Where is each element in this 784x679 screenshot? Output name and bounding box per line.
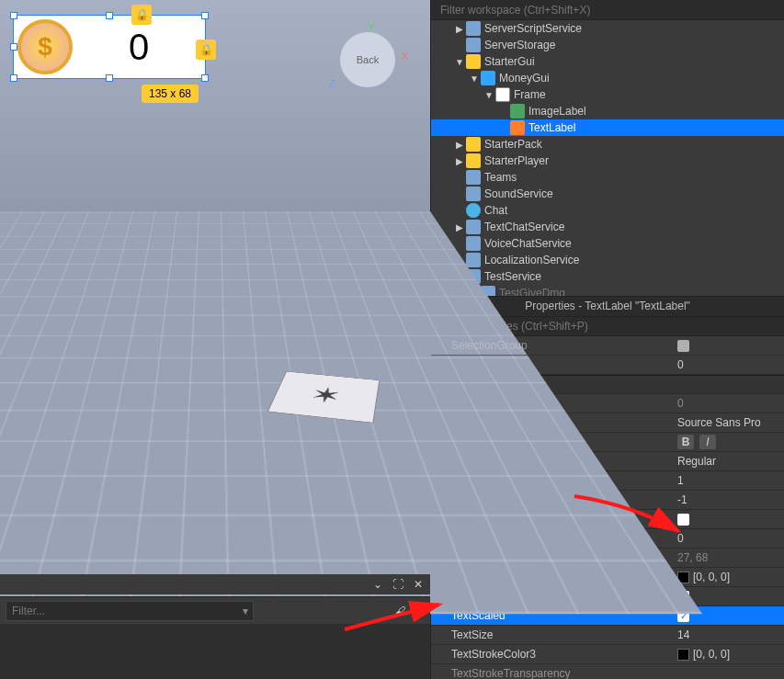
tree-item[interactable]: SoundService xyxy=(431,186,784,202)
axis-gizmo[interactable]: Back Y X Z xyxy=(331,23,404,96)
property-value[interactable]: 14 xyxy=(672,628,784,641)
tree-label: StarterPlayer xyxy=(484,154,549,167)
tree-label: Teams xyxy=(484,171,517,184)
property-name: SelectionGroup xyxy=(451,339,528,352)
property-name: TextStrokeTransparency xyxy=(451,667,571,679)
chevron-down-icon[interactable]: ⌄ xyxy=(371,578,384,591)
lock-icon[interactable]: 🔒 xyxy=(131,5,152,25)
resize-handle[interactable] xyxy=(10,43,17,51)
expand-arrow-icon[interactable]: ▼ xyxy=(468,74,481,84)
property-value[interactable]: 27, 68 xyxy=(672,551,784,564)
tree-item[interactable]: TextLabel xyxy=(431,119,784,136)
tree-item[interactable]: ▼TestService xyxy=(431,268,784,285)
expand-arrow-icon[interactable]: ▶ xyxy=(453,222,466,232)
tree-label: Frame xyxy=(514,88,546,101)
tree-icon xyxy=(510,104,525,119)
resize-handle[interactable] xyxy=(10,74,17,82)
tree-item[interactable]: Chat xyxy=(431,202,784,219)
tree-icon xyxy=(466,54,481,69)
property-name: TextStrokeColor3 xyxy=(451,648,536,661)
tree-icon xyxy=(466,38,481,52)
tree-item[interactable]: ▶TextChatService xyxy=(431,219,784,235)
expand-arrow-icon[interactable]: ▼ xyxy=(453,57,466,67)
explorer-filter-header xyxy=(431,0,784,20)
tree-label: StarterPack xyxy=(484,138,542,151)
property-value[interactable]: Regular xyxy=(672,455,784,468)
explorer-tree[interactable]: ▶ServerScriptServiceServerStorage▼Starte… xyxy=(431,20,784,296)
resize-handle[interactable] xyxy=(10,12,17,19)
tree-item[interactable]: ▶StarterPlayer xyxy=(431,153,784,169)
property-value[interactable] xyxy=(672,340,784,352)
money-value: 0 xyxy=(73,27,205,68)
property-value[interactable]: [0, 0, 0] xyxy=(672,571,784,583)
tree-item[interactable]: Teams xyxy=(431,169,784,186)
property-value[interactable]: [0, 0, 0] xyxy=(672,648,784,661)
tree-label: ServerScriptService xyxy=(484,22,582,35)
lock-icon[interactable]: 🔒 xyxy=(196,40,216,60)
output-panel xyxy=(0,624,430,679)
italic-button[interactable]: I xyxy=(699,435,716,449)
tree-icon xyxy=(466,203,481,218)
resize-handle[interactable] xyxy=(201,12,209,19)
bold-button[interactable]: B xyxy=(677,435,694,449)
tree-label: VoiceChatService xyxy=(484,237,572,250)
close-icon[interactable]: ✕ xyxy=(412,578,425,591)
coin-icon: $ xyxy=(17,19,73,74)
property-value[interactable]: -1 xyxy=(672,493,784,506)
axis-x-label: X xyxy=(402,51,408,62)
property-row[interactable]: TextSize14 xyxy=(431,626,784,645)
tree-item[interactable]: ▼StarterGui xyxy=(431,53,784,70)
property-row[interactable]: TextStrokeTransparency xyxy=(431,664,784,679)
checkbox[interactable] xyxy=(677,340,689,352)
axis-back[interactable]: Back xyxy=(340,32,395,87)
property-value[interactable]: 0 xyxy=(672,532,784,545)
dimension-badge: 135 x 68 xyxy=(142,85,199,103)
property-row[interactable]: SelectionGroup xyxy=(431,336,784,356)
tree-item[interactable]: ServerStorage xyxy=(431,37,784,53)
tree-label: StarterGui xyxy=(484,55,535,68)
tree-item[interactable]: LocalizationService xyxy=(431,252,784,268)
tree-icon xyxy=(510,120,525,135)
popout-icon[interactable]: ⛶ xyxy=(392,578,404,591)
expand-arrow-icon[interactable]: ▶ xyxy=(453,140,466,150)
tree-item[interactable]: ▶ServerScriptService xyxy=(431,20,784,37)
output-toolbar: ⌄ ⛶ ✕ xyxy=(0,574,430,594)
filter-input[interactable] xyxy=(6,601,254,621)
tree-item[interactable]: VoiceChatService xyxy=(431,235,784,252)
resize-handle[interactable] xyxy=(106,12,113,19)
color-swatch[interactable] xyxy=(677,649,689,661)
tree-item[interactable]: ImageLabel xyxy=(431,103,784,119)
property-name: TextSize xyxy=(451,628,493,641)
explorer-filter-input[interactable] xyxy=(438,3,777,17)
expand-arrow-icon[interactable]: ▼ xyxy=(483,90,495,100)
checkbox[interactable] xyxy=(677,514,689,526)
tree-item[interactable]: ▶StarterPack xyxy=(431,136,784,153)
expand-arrow-icon[interactable]: ▶ xyxy=(453,156,466,166)
tree-item[interactable]: ▼Frame xyxy=(431,86,784,103)
tree-icon xyxy=(466,137,481,152)
more-icon[interactable]: ⋯ xyxy=(412,605,425,617)
tree-icon xyxy=(466,187,481,201)
viewport[interactable]: ✶ $ 0 🔒 🔒 135 x 68 Back Y X Z ⌄ ⛶ ✕ ▾ 🖌 … xyxy=(0,0,430,679)
tree-label: TextLabel xyxy=(528,121,575,134)
property-value[interactable] xyxy=(672,514,784,526)
property-value[interactable]: Source Sans Pro xyxy=(672,416,784,429)
resize-handle[interactable] xyxy=(106,74,113,82)
dropdown-icon[interactable]: ▾ xyxy=(239,605,252,617)
property-value[interactable]: 0 xyxy=(672,358,784,371)
property-value[interactable]: BI xyxy=(672,435,784,449)
tree-item[interactable]: ▼MoneyGui xyxy=(431,70,784,86)
brush-icon[interactable]: 🖌 xyxy=(393,605,406,617)
tree-label: LocalizationService xyxy=(484,254,579,266)
tree-label: SoundService xyxy=(484,187,553,200)
resize-handle[interactable] xyxy=(201,74,209,82)
tree-label: Chat xyxy=(484,204,507,217)
expand-arrow-icon[interactable]: ▶ xyxy=(453,24,466,34)
property-value[interactable]: 0 xyxy=(672,397,784,410)
tree-icon xyxy=(466,170,481,185)
property-value[interactable]: 1 xyxy=(672,474,784,487)
tree-icon xyxy=(466,253,481,267)
property-row[interactable]: TextStrokeColor3[0, 0, 0] xyxy=(431,645,784,664)
tree-icon xyxy=(481,71,495,85)
money-gui-frame[interactable]: $ 0 🔒 🔒 xyxy=(13,15,206,79)
